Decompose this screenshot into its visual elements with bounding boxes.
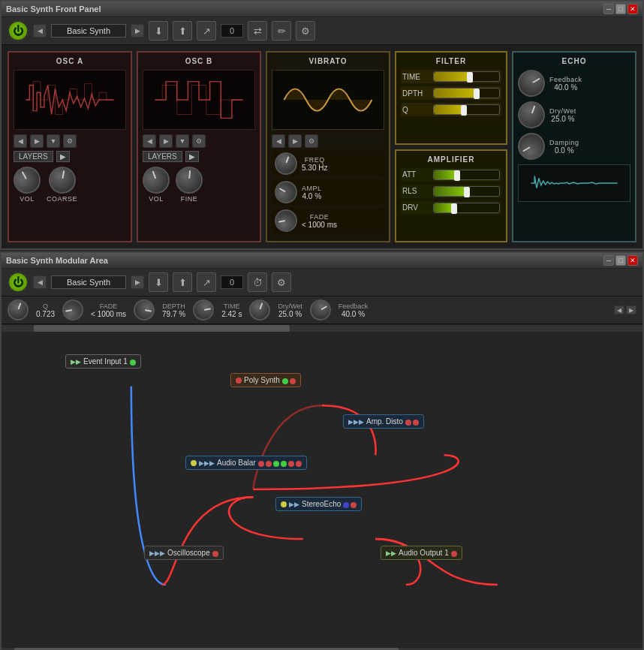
osc-a-vol-knob[interactable] bbox=[8, 161, 45, 198]
osc-b-settings[interactable]: ⚙ bbox=[192, 134, 206, 148]
node-amp-disto[interactable]: ▶▶▶ Amp. Disto bbox=[343, 414, 424, 429]
amp-rls-row: RLS bbox=[401, 185, 501, 198]
filter-q-label: Q bbox=[402, 106, 429, 114]
mod-value-feedback: 40.0 % bbox=[342, 310, 365, 318]
wire-canvas bbox=[2, 332, 642, 647]
bottom-save-button[interactable]: ⬇ bbox=[149, 272, 168, 292]
osc-a-layers-expand[interactable]: ▶ bbox=[56, 151, 70, 162]
node-poly-synth[interactable]: Poly Synth bbox=[230, 373, 301, 387]
bottom-close-button[interactable]: ✕ bbox=[627, 255, 638, 266]
event-input-port-green[interactable] bbox=[130, 360, 136, 366]
vibrato-freq-knob[interactable] bbox=[272, 149, 300, 178]
audio-balar-port6[interactable] bbox=[296, 461, 302, 467]
vibrato-next[interactable]: ▶ bbox=[288, 134, 302, 148]
save-to-button[interactable]: ⬇ bbox=[149, 21, 168, 41]
filter-title: FILTER bbox=[401, 57, 501, 65]
preset-name-display: Basic Synth bbox=[51, 24, 126, 38]
osc-b-down[interactable]: ▼ bbox=[176, 134, 189, 148]
scroll-right[interactable]: ▶ bbox=[626, 305, 636, 314]
vibrato-fade-knob[interactable] bbox=[273, 208, 299, 234]
node-stereo-echo[interactable]: ▶▶ StereoEcho bbox=[275, 497, 362, 511]
edit-button[interactable]: ✏ bbox=[272, 21, 291, 41]
amp-rls-track[interactable] bbox=[433, 186, 500, 197]
preset-number[interactable]: 0 bbox=[221, 24, 243, 38]
node-audio-output[interactable]: ▶▶ Audio Output 1 bbox=[381, 546, 462, 560]
mod-knob-time[interactable] bbox=[191, 298, 215, 322]
echo-title: ECHO bbox=[518, 57, 630, 65]
filter-q-track[interactable] bbox=[433, 104, 500, 115]
mod-knob-q[interactable] bbox=[5, 296, 32, 323]
audio-balar-port1[interactable] bbox=[258, 461, 264, 467]
stereo-echo-port2[interactable] bbox=[351, 502, 357, 508]
restore-button[interactable]: □ bbox=[615, 4, 626, 14]
osc-b-next[interactable]: ▶ bbox=[159, 134, 173, 148]
mod-knob-feedback[interactable] bbox=[306, 296, 335, 324]
node-event-input[interactable]: ▶▶ Event Input 1 bbox=[65, 354, 141, 369]
bottom-preset-number[interactable]: 0 bbox=[221, 275, 243, 289]
prev-preset-button[interactable]: ◀ bbox=[33, 24, 47, 38]
audio-balar-port4[interactable] bbox=[281, 461, 287, 467]
vibrato-prev[interactable]: ◀ bbox=[272, 134, 285, 148]
scrollbar-thumb[interactable] bbox=[34, 325, 290, 332]
load-from-button[interactable]: ⬆ bbox=[173, 21, 192, 41]
close-button[interactable]: ✕ bbox=[627, 4, 638, 14]
echo-drywet-knob[interactable] bbox=[514, 98, 549, 132]
midi-button[interactable]: ⇄ bbox=[248, 21, 267, 41]
echo-feedback-knob[interactable] bbox=[513, 65, 549, 101]
mod-knob-fade[interactable] bbox=[61, 298, 85, 322]
mod-label-drywet: Dry/Wet bbox=[278, 302, 302, 310]
audio-balar-port3[interactable] bbox=[273, 461, 279, 467]
osc-a-coarse-knob[interactable] bbox=[47, 164, 78, 196]
mod-knob-depth[interactable] bbox=[132, 298, 156, 322]
osc-b-fine-knob[interactable] bbox=[174, 165, 203, 194]
bottom-minimize-button[interactable]: ─ bbox=[603, 255, 614, 266]
oscilloscope-port1[interactable] bbox=[212, 551, 218, 557]
audio-balar-port5[interactable] bbox=[288, 461, 294, 467]
bottom-prev-preset[interactable]: ◀ bbox=[33, 275, 47, 289]
bottom-horizontal-scrollbar[interactable] bbox=[2, 647, 642, 650]
audio-balar-port2[interactable] bbox=[266, 461, 272, 467]
osc-a-next[interactable]: ▶ bbox=[30, 134, 44, 148]
amp-disto-port2[interactable] bbox=[413, 420, 419, 426]
amp-drv-track[interactable] bbox=[433, 203, 500, 213]
bottom-power-button[interactable]: ⏻ bbox=[8, 272, 29, 293]
bottom-restore-button[interactable]: □ bbox=[615, 255, 626, 266]
amp-disto-port1[interactable] bbox=[405, 420, 411, 426]
osc-a-settings[interactable]: ⚙ bbox=[63, 134, 77, 148]
bottom-next-preset[interactable]: ▶ bbox=[131, 275, 144, 289]
node-audio-balar[interactable]: ▶▶▶ Audio Balar bbox=[185, 456, 307, 470]
stereo-echo-port1[interactable] bbox=[343, 502, 349, 508]
echo-damping-knob[interactable] bbox=[513, 128, 549, 164]
bottom-export-button[interactable]: ↗ bbox=[197, 272, 216, 292]
horizontal-scrollbar[interactable] bbox=[2, 324, 642, 332]
vibrato-settings[interactable]: ⚙ bbox=[305, 134, 318, 148]
minimize-button[interactable]: ─ bbox=[603, 4, 614, 14]
export-button[interactable]: ↗ bbox=[197, 21, 216, 41]
osc-b-prev[interactable]: ◀ bbox=[143, 134, 156, 148]
filter-dpth-track[interactable] bbox=[433, 88, 500, 98]
scroll-left[interactable]: ◀ bbox=[614, 305, 624, 314]
mod-knob-drywet[interactable] bbox=[246, 296, 273, 323]
osc-a-down[interactable]: ▼ bbox=[47, 134, 60, 148]
audio-output-port1[interactable] bbox=[451, 551, 457, 557]
node-oscilloscope[interactable]: ▶▶▶ Oscilloscope bbox=[144, 546, 224, 560]
poly-synth-port2[interactable] bbox=[290, 378, 296, 384]
echo-drywet-info: Dry/Wet 25.0 % bbox=[549, 107, 576, 123]
poly-synth-port1[interactable] bbox=[282, 378, 288, 384]
settings-button[interactable]: ⚙ bbox=[296, 21, 315, 41]
echo-feedback-value: 40.0 % bbox=[554, 83, 577, 92]
bottom-clock-button[interactable]: ⏱ bbox=[248, 272, 267, 292]
vibrato-ampl-knob[interactable] bbox=[271, 177, 302, 208]
osc-b-layers-expand[interactable]: ▶ bbox=[185, 151, 199, 162]
amp-att-track[interactable] bbox=[433, 170, 500, 180]
next-preset-button[interactable]: ▶ bbox=[131, 24, 144, 38]
amp-disto-label: Amp. Disto bbox=[366, 417, 403, 426]
osc-b-vol-knob[interactable] bbox=[139, 163, 173, 197]
power-button[interactable]: ⏻ bbox=[8, 20, 29, 41]
osc-b-layers-btn[interactable]: LAYERS bbox=[143, 151, 182, 162]
osc-a-layers-btn[interactable]: LAYERS bbox=[14, 151, 53, 162]
bottom-load-button[interactable]: ⬆ bbox=[173, 272, 192, 292]
osc-a-prev[interactable]: ◀ bbox=[14, 134, 27, 148]
bottom-settings-button[interactable]: ⚙ bbox=[272, 272, 291, 292]
filter-time-track[interactable] bbox=[433, 71, 500, 82]
